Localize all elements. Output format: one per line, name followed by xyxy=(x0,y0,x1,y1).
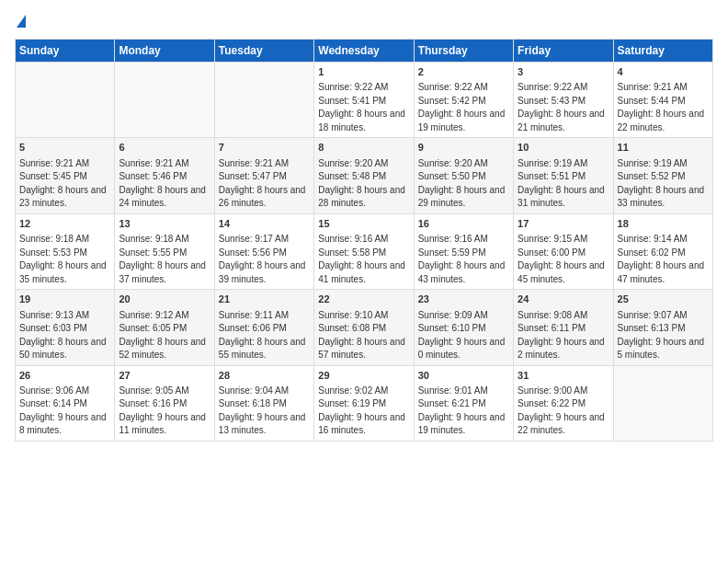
calendar-cell xyxy=(214,63,313,138)
day-number: 30 xyxy=(418,369,509,383)
day-info: Sunrise: 9:02 AM Sunset: 6:19 PM Dayligh… xyxy=(318,385,409,438)
day-info: Sunrise: 9:04 AM Sunset: 6:18 PM Dayligh… xyxy=(219,385,310,438)
day-info: Sunrise: 9:01 AM Sunset: 6:21 PM Dayligh… xyxy=(418,385,509,438)
day-info: Sunrise: 9:19 AM Sunset: 5:51 PM Dayligh… xyxy=(518,157,609,211)
day-number: 29 xyxy=(318,369,409,383)
day-number: 1 xyxy=(318,65,409,79)
day-info: Sunrise: 9:17 AM Sunset: 5:56 PM Dayligh… xyxy=(219,233,310,286)
day-number: 26 xyxy=(19,369,110,383)
day-info: Sunrise: 9:18 AM Sunset: 5:55 PM Dayligh… xyxy=(119,233,210,286)
day-number: 5 xyxy=(19,141,110,155)
calendar-cell xyxy=(115,63,214,138)
calendar-week-row: 19Sunrise: 9:13 AM Sunset: 6:03 PM Dayli… xyxy=(16,290,713,365)
calendar-cell xyxy=(16,63,115,138)
calendar-cell: 8Sunrise: 9:20 AM Sunset: 5:48 PM Daylig… xyxy=(314,138,414,213)
calendar-cell: 7Sunrise: 9:21 AM Sunset: 5:47 PM Daylig… xyxy=(214,138,313,213)
calendar-header-sunday: Sunday xyxy=(16,40,115,63)
day-info: Sunrise: 9:20 AM Sunset: 5:50 PM Dayligh… xyxy=(418,157,509,211)
day-number: 13 xyxy=(119,217,210,231)
day-number: 12 xyxy=(19,217,110,231)
calendar-week-row: 1Sunrise: 9:22 AM Sunset: 5:41 PM Daylig… xyxy=(16,63,713,138)
calendar-week-row: 12Sunrise: 9:18 AM Sunset: 5:53 PM Dayli… xyxy=(16,213,713,289)
day-number: 24 xyxy=(518,293,609,306)
header xyxy=(15,15,713,29)
day-info: Sunrise: 9:00 AM Sunset: 6:22 PM Dayligh… xyxy=(518,385,609,438)
calendar-cell: 31Sunrise: 9:00 AM Sunset: 6:22 PM Dayli… xyxy=(514,365,613,441)
calendar-cell: 1Sunrise: 9:22 AM Sunset: 5:41 PM Daylig… xyxy=(314,63,414,138)
day-info: Sunrise: 9:19 AM Sunset: 5:52 PM Dayligh… xyxy=(618,157,709,211)
calendar-header-wednesday: Wednesday xyxy=(314,40,414,63)
day-number: 28 xyxy=(219,369,310,383)
calendar-cell: 2Sunrise: 9:22 AM Sunset: 5:42 PM Daylig… xyxy=(414,63,513,138)
day-number: 3 xyxy=(518,65,609,79)
day-info: Sunrise: 9:16 AM Sunset: 5:59 PM Dayligh… xyxy=(418,233,509,286)
calendar-cell: 30Sunrise: 9:01 AM Sunset: 6:21 PM Dayli… xyxy=(414,365,513,441)
calendar-header-row: SundayMondayTuesdayWednesdayThursdayFrid… xyxy=(16,40,713,63)
calendar-cell: 3Sunrise: 9:22 AM Sunset: 5:43 PM Daylig… xyxy=(514,63,613,138)
day-number: 31 xyxy=(518,369,609,383)
day-info: Sunrise: 9:21 AM Sunset: 5:47 PM Dayligh… xyxy=(219,157,310,211)
calendar: SundayMondayTuesdayWednesdayThursdayFrid… xyxy=(15,39,713,442)
day-number: 27 xyxy=(119,369,210,383)
calendar-header-saturday: Saturday xyxy=(613,40,712,63)
logo-triangle-icon xyxy=(17,15,26,28)
calendar-header-friday: Friday xyxy=(514,40,613,63)
day-number: 8 xyxy=(318,141,409,155)
day-info: Sunrise: 9:09 AM Sunset: 6:10 PM Dayligh… xyxy=(418,309,509,362)
day-info: Sunrise: 9:07 AM Sunset: 6:13 PM Dayligh… xyxy=(618,309,709,362)
calendar-cell: 9Sunrise: 9:20 AM Sunset: 5:50 PM Daylig… xyxy=(414,138,513,213)
day-info: Sunrise: 9:14 AM Sunset: 6:02 PM Dayligh… xyxy=(618,233,709,286)
day-info: Sunrise: 9:15 AM Sunset: 6:00 PM Dayligh… xyxy=(518,233,609,286)
calendar-cell: 22Sunrise: 9:10 AM Sunset: 6:08 PM Dayli… xyxy=(314,290,414,365)
calendar-cell: 24Sunrise: 9:08 AM Sunset: 6:11 PM Dayli… xyxy=(514,290,613,365)
day-number: 4 xyxy=(618,65,709,79)
calendar-header-thursday: Thursday xyxy=(414,40,513,63)
calendar-cell: 28Sunrise: 9:04 AM Sunset: 6:18 PM Dayli… xyxy=(214,365,313,441)
day-number: 25 xyxy=(618,293,709,306)
day-info: Sunrise: 9:21 AM Sunset: 5:44 PM Dayligh… xyxy=(618,81,709,134)
logo xyxy=(15,15,26,29)
calendar-week-row: 26Sunrise: 9:06 AM Sunset: 6:14 PM Dayli… xyxy=(16,365,713,441)
calendar-cell: 26Sunrise: 9:06 AM Sunset: 6:14 PM Dayli… xyxy=(16,365,115,441)
calendar-cell: 15Sunrise: 9:16 AM Sunset: 5:58 PM Dayli… xyxy=(314,213,414,289)
day-number: 15 xyxy=(318,217,409,231)
calendar-cell: 12Sunrise: 9:18 AM Sunset: 5:53 PM Dayli… xyxy=(16,213,115,289)
day-number: 9 xyxy=(418,141,509,155)
day-number: 11 xyxy=(618,141,709,155)
calendar-cell: 13Sunrise: 9:18 AM Sunset: 5:55 PM Dayli… xyxy=(115,213,214,289)
calendar-cell xyxy=(613,365,712,441)
day-info: Sunrise: 9:21 AM Sunset: 5:46 PM Dayligh… xyxy=(119,157,210,211)
calendar-cell: 27Sunrise: 9:05 AM Sunset: 6:16 PM Dayli… xyxy=(115,365,214,441)
calendar-cell: 6Sunrise: 9:21 AM Sunset: 5:46 PM Daylig… xyxy=(115,138,214,213)
day-info: Sunrise: 9:21 AM Sunset: 5:45 PM Dayligh… xyxy=(19,157,110,211)
day-number: 23 xyxy=(418,293,509,306)
calendar-cell: 16Sunrise: 9:16 AM Sunset: 5:59 PM Dayli… xyxy=(414,213,513,289)
day-info: Sunrise: 9:13 AM Sunset: 6:03 PM Dayligh… xyxy=(19,309,110,362)
calendar-cell: 19Sunrise: 9:13 AM Sunset: 6:03 PM Dayli… xyxy=(16,290,115,365)
day-number: 20 xyxy=(119,293,210,306)
calendar-cell: 18Sunrise: 9:14 AM Sunset: 6:02 PM Dayli… xyxy=(613,213,712,289)
day-number: 2 xyxy=(418,65,509,79)
calendar-cell: 4Sunrise: 9:21 AM Sunset: 5:44 PM Daylig… xyxy=(613,63,712,138)
day-number: 7 xyxy=(219,141,310,155)
day-info: Sunrise: 9:08 AM Sunset: 6:11 PM Dayligh… xyxy=(518,309,609,362)
calendar-cell: 29Sunrise: 9:02 AM Sunset: 6:19 PM Dayli… xyxy=(314,365,414,441)
day-info: Sunrise: 9:11 AM Sunset: 6:06 PM Dayligh… xyxy=(219,309,310,362)
calendar-cell: 20Sunrise: 9:12 AM Sunset: 6:05 PM Dayli… xyxy=(115,290,214,365)
calendar-cell: 14Sunrise: 9:17 AM Sunset: 5:56 PM Dayli… xyxy=(214,213,313,289)
calendar-cell: 17Sunrise: 9:15 AM Sunset: 6:00 PM Dayli… xyxy=(514,213,613,289)
day-info: Sunrise: 9:12 AM Sunset: 6:05 PM Dayligh… xyxy=(119,309,210,362)
calendar-cell: 21Sunrise: 9:11 AM Sunset: 6:06 PM Dayli… xyxy=(214,290,313,365)
calendar-header-tuesday: Tuesday xyxy=(214,40,313,63)
day-number: 10 xyxy=(518,141,609,155)
calendar-cell: 23Sunrise: 9:09 AM Sunset: 6:10 PM Dayli… xyxy=(414,290,513,365)
page: SundayMondayTuesdayWednesdayThursdayFrid… xyxy=(0,0,728,563)
day-info: Sunrise: 9:06 AM Sunset: 6:14 PM Dayligh… xyxy=(19,385,110,438)
calendar-cell: 10Sunrise: 9:19 AM Sunset: 5:51 PM Dayli… xyxy=(514,138,613,213)
day-number: 21 xyxy=(219,293,310,306)
day-number: 6 xyxy=(119,141,210,155)
day-info: Sunrise: 9:22 AM Sunset: 5:42 PM Dayligh… xyxy=(418,81,509,134)
calendar-cell: 5Sunrise: 9:21 AM Sunset: 5:45 PM Daylig… xyxy=(16,138,115,213)
day-info: Sunrise: 9:16 AM Sunset: 5:58 PM Dayligh… xyxy=(318,233,409,286)
day-info: Sunrise: 9:10 AM Sunset: 6:08 PM Dayligh… xyxy=(318,309,409,362)
